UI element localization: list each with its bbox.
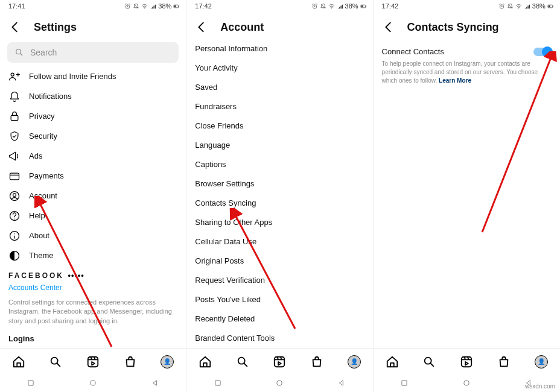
item-help[interactable]: Help [8,206,177,226]
nav-reels-icon[interactable] [86,355,100,368]
account-item[interactable]: Saved [195,77,364,96]
sys-back-icon[interactable] [151,379,159,387]
account-item[interactable]: Language [195,135,364,154]
account-item[interactable]: Original Posts [195,251,364,270]
account-item[interactable]: Captions [195,154,364,174]
sys-recent-icon[interactable] [400,379,409,387]
nav-avatar[interactable]: 👤 [161,355,174,368]
account-item[interactable]: Personal Information [195,39,364,58]
item-notifications[interactable]: Notifications [8,86,177,106]
search-icon [14,48,24,57]
nav-search-icon[interactable] [236,355,249,368]
nav-shop-icon[interactable] [310,355,323,368]
battery-pct: 38% [158,2,171,10]
bottom-nav: 👤 [374,349,560,374]
sys-back-icon[interactable] [337,379,346,387]
account-item[interactable]: Contacts Syncing [195,193,364,212]
item-label: Captions [195,160,226,169]
settings-screen: 17:41 38% Settings Search Follow and Inv… [0,0,186,392]
wifi-icon [141,3,148,10]
connect-contacts-toggle[interactable] [533,48,552,56]
bell-off-icon [320,3,326,10]
account-item[interactable]: Branded Content Tools [195,328,364,347]
item-security[interactable]: Security [8,126,177,146]
item-about[interactable]: About [8,226,177,245]
item-ads[interactable]: Ads [8,146,177,166]
alarm-icon [124,3,131,10]
item-label: Saved [195,83,217,92]
nav-shop-icon[interactable] [497,355,511,368]
nav-reels-icon[interactable] [460,355,473,368]
learn-more-link[interactable]: Learn More [439,77,471,84]
nav-search-icon[interactable] [422,355,436,368]
sys-recent-icon[interactable] [214,379,222,387]
bottom-nav: 👤 [0,349,186,374]
account-item[interactable]: Request Verification [195,270,364,289]
card-icon [8,170,21,182]
search-placeholder: Search [30,48,57,57]
back-icon[interactable] [195,21,208,34]
account-item[interactable]: Cellular Data Use [195,232,364,251]
brand-icons: ●●●●● [68,273,84,279]
item-label: Sharing to Other Apps [195,218,272,227]
nav-home-icon[interactable] [199,355,212,368]
item-label: Original Posts [195,256,244,265]
info-icon [8,230,21,242]
theme-icon [8,250,21,262]
item-payments[interactable]: Payments [8,166,177,186]
logins-heading: Logins [8,334,177,343]
bottom-nav: 👤 [186,349,372,374]
item-account[interactable]: Account [8,186,177,206]
page-title: Account [220,21,264,34]
account-item[interactable]: Sharing to Other Apps [195,212,364,232]
accounts-center-link[interactable]: Accounts Center [8,283,177,292]
account-icon [8,190,21,202]
item-label: Request Verification [195,276,265,285]
back-icon[interactable] [8,21,22,34]
bell-off-icon [133,3,139,10]
account-screen: 17:42 38% Account Personal InformationYo… [186,0,373,392]
item-label: Language [195,141,230,150]
signal-icon [150,3,156,10]
sys-recent-icon[interactable] [27,379,35,387]
item-label: Account [29,191,57,200]
nav-search-icon[interactable] [49,355,62,368]
account-item[interactable]: Fundraisers [195,96,364,116]
status-bar: 17:42 38% [186,0,372,12]
sys-home-icon[interactable] [275,379,284,387]
account-item[interactable]: Browser Settings [195,174,364,193]
nav-avatar[interactable]: 👤 [348,355,361,368]
help-icon [8,210,21,222]
item-label: Personal Information [195,44,267,53]
lock-icon [8,110,21,122]
account-item[interactable]: Posts You've Liked [195,289,364,309]
accounts-center-desc: Control settings for connected experienc… [8,298,177,326]
account-item[interactable]: Close Friends [195,116,364,135]
status-time: 17:42 [382,2,399,10]
item-label: Cellular Data Use [195,237,256,246]
battery-pct: 38% [345,2,358,10]
page-title: Contacts Syncing [407,21,499,34]
bell-off-icon [507,3,514,10]
nav-reels-icon[interactable] [273,355,286,368]
header: Account [186,12,372,39]
sys-home-icon[interactable] [462,379,471,387]
battery-pct: 38% [532,2,546,10]
account-item[interactable]: Your Activity [195,58,364,77]
account-item[interactable]: Recently Deleted [195,309,364,328]
nav-avatar[interactable]: 👤 [535,355,548,368]
wifi-icon [328,3,335,10]
item-label: Your Activity [195,63,237,72]
nav-home-icon[interactable] [12,355,25,368]
item-label: Payments [29,171,64,180]
item-theme[interactable]: Theme [8,245,177,265]
sys-home-icon[interactable] [89,379,97,387]
search-input[interactable]: Search [7,42,179,63]
item-invite[interactable]: Follow and Invite Friends [8,66,177,86]
back-icon[interactable] [382,21,395,34]
item-privacy[interactable]: Privacy [8,106,177,126]
nav-shop-icon[interactable] [124,355,137,368]
shield-icon [8,130,21,142]
bell-icon [8,90,21,103]
nav-home-icon[interactable] [386,355,399,368]
